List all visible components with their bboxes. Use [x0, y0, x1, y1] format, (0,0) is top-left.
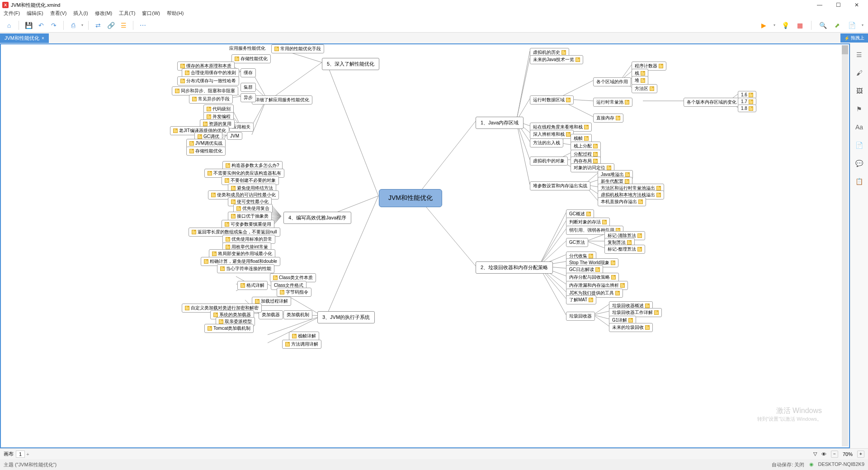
menu-help[interactable]: 帮助(H) — [167, 10, 184, 18]
b3-n5bd[interactable]: Tomcat类加载机制 — [204, 324, 254, 333]
b1-n5[interactable]: 运行时常量池 — [593, 98, 632, 107]
b2-n4c[interactable]: 标记-整理算法 — [604, 245, 645, 254]
export-icon[interactable]: ⎙ — [69, 21, 78, 30]
b5-n5[interactable]: 缓存 — [241, 68, 256, 77]
b3-n7[interactable]: 方法调用详解 — [282, 340, 321, 349]
idea-icon[interactable]: 💡 — [781, 21, 790, 30]
b2-n12d[interactable]: 未来的垃圾回收 — [609, 323, 653, 332]
branch5-title[interactable]: 5、深入了解性能优化 — [322, 58, 379, 70]
b1-n4c[interactable]: 堆 — [632, 76, 648, 85]
b1-n9b[interactable]: 栈上分配 — [571, 142, 601, 151]
b5-n5c[interactable]: 分布式缓存与一致性哈希 — [177, 76, 239, 85]
zoom-value: 70% — [843, 451, 853, 457]
upload-badge[interactable]: ⚡ 拖拽上 — [840, 33, 868, 43]
b1-n11[interactable]: 堆参数设置和内存溢出实战 — [530, 181, 590, 190]
add-sheet-button[interactable]: + — [26, 451, 29, 457]
new-icon[interactable]: 📄 — [847, 21, 856, 30]
outline-icon[interactable]: ☰ — [855, 50, 864, 59]
branch2-title[interactable]: 2、垃圾回收器和内存分配策略 — [476, 261, 553, 274]
b1-n8[interactable]: 深入辨析堆和栈 — [530, 130, 574, 139]
b1-n3[interactable]: 运行时数据区域 — [530, 95, 574, 104]
b5-n9c[interactable]: 存储性能优化 — [186, 147, 226, 156]
format-icon[interactable]: 🖌 — [855, 68, 864, 77]
zoom-out-button[interactable]: − — [831, 451, 838, 458]
home-icon[interactable]: ⌂ — [5, 21, 14, 30]
b4-n8[interactable]: 接口优于抽象类 — [228, 212, 272, 221]
menu-insert[interactable]: 插入(I) — [73, 10, 88, 18]
outline-icon[interactable]: ☰ — [119, 21, 128, 30]
b1-n6[interactable]: 直接内存 — [593, 114, 623, 123]
menu-edit[interactable]: 编辑(E) — [27, 10, 43, 18]
b5-n4[interactable]: 详细了解应用服务性能优化 — [252, 95, 312, 104]
play-icon[interactable]: ▶ — [759, 21, 768, 30]
svg-line-92 — [231, 96, 241, 98]
close-button[interactable]: ✕ — [854, 2, 859, 8]
b3-n3[interactable]: 字节码指令 — [277, 288, 311, 297]
b2-n11[interactable]: 了解MAT — [566, 295, 596, 304]
b1-n9[interactable]: 方法的出入栈 — [530, 138, 563, 147]
branch4-title[interactable]: 4、编写高效优雅Java程序 — [283, 212, 351, 224]
b1-n5d[interactable]: 1.8 — [738, 104, 756, 112]
scroll-thumb[interactable] — [842, 45, 848, 54]
b1-n10[interactable]: 虚拟机中的对象 — [530, 157, 568, 166]
tab-active[interactable]: JVM和性能优化 × — [0, 33, 49, 43]
search-icon[interactable]: 🔍 — [818, 21, 827, 30]
tab-close-icon[interactable]: × — [42, 36, 44, 41]
filter-icon[interactable]: ▽ — [813, 451, 817, 457]
b5-n5b[interactable]: 合理使用缓存中的准则 — [182, 68, 239, 77]
b3-n5[interactable]: 类加载机制 — [283, 310, 312, 319]
b5-n9[interactable]: JVM — [227, 132, 242, 140]
notes-icon[interactable]: 📄 — [855, 141, 864, 150]
b1-n4[interactable]: 各个区域的作用 — [593, 77, 631, 86]
b5-n7[interactable]: 异步 — [241, 93, 256, 102]
menu-modify[interactable]: 修改(M) — [95, 10, 113, 18]
vertical-scrollbar[interactable] — [842, 45, 848, 446]
b2-n8[interactable]: 内存分配与回收策略 — [566, 273, 619, 282]
b2-n2[interactable]: 判断对象的存活 — [566, 218, 610, 227]
menu-window[interactable]: 窗口(W) — [142, 10, 160, 18]
b2-n4[interactable]: GC算法 — [566, 238, 588, 247]
b5-n7a[interactable]: 同步和异步、阻塞和非阻塞 — [172, 86, 238, 95]
comments-icon[interactable]: 💬 — [855, 159, 864, 168]
undo-icon[interactable]: ↶ — [37, 21, 46, 30]
branch1-title[interactable]: 1、Java内存区域 — [476, 117, 524, 129]
b1-n11e[interactable]: 本机直接内存溢出 — [598, 197, 646, 206]
b3-n4[interactable]: 格式详解 — [237, 281, 268, 290]
b5-n7b[interactable]: 常见异步的手段 — [189, 95, 233, 104]
swap-icon[interactable]: ⇄ — [94, 21, 103, 30]
b1-n4d[interactable]: 方法区 — [632, 84, 657, 93]
minimize-button[interactable]: — — [817, 2, 822, 8]
branch3-title[interactable]: 3、JVM的执行子系统 — [317, 311, 375, 323]
share-icon[interactable]: ⬈ — [833, 21, 842, 30]
link-icon[interactable]: 🔗 — [106, 21, 115, 30]
redo-icon[interactable]: ↷ — [49, 21, 58, 30]
maximize-button[interactable]: ☐ — [836, 2, 841, 8]
b3-n5b[interactable]: 类加载器 — [259, 310, 283, 319]
save-icon[interactable]: 💾 — [24, 21, 33, 30]
sheet-tab[interactable]: 1 — [16, 451, 25, 458]
mindmap-canvas[interactable]: JVM和性能优化 1、Java内存区域 虚拟机的历史 未来的Java技术一览 运… — [0, 43, 850, 448]
central-topic[interactable]: JVM和性能优化 — [379, 189, 442, 207]
menu-file[interactable]: 文件(F) — [4, 10, 20, 18]
b1-n5a[interactable]: 各个版本内存区域的变化 — [684, 98, 740, 107]
b2-n12[interactable]: 垃圾回收器 — [566, 312, 595, 321]
image-icon[interactable]: 🖼 — [855, 86, 864, 95]
b5-n1[interactable]: 常用的性能优化手段 — [271, 44, 324, 53]
zoom-in-button[interactable]: + — [857, 451, 864, 458]
b5-n3[interactable]: 存储性能优化 — [231, 54, 271, 63]
b5-n6[interactable]: 集群 — [241, 83, 256, 92]
task-icon[interactable]: 📋 — [855, 177, 864, 186]
menu-tools[interactable]: 工具(T) — [119, 10, 135, 18]
marker-icon[interactable]: ⚑ — [855, 104, 864, 114]
b4-n15[interactable]: 当心字符串连接的性能 — [217, 264, 274, 273]
menu-view[interactable]: 查看(V) — [50, 10, 67, 18]
theme-icon[interactable]: ▦ — [795, 21, 804, 30]
b2-n1[interactable]: GC概述 — [566, 209, 594, 218]
b5-n2[interactable]: 应用服务性能优化 — [226, 44, 268, 52]
note-icon — [198, 134, 202, 139]
b3-n6[interactable]: 栈帧详解 — [289, 332, 319, 341]
eye-icon[interactable]: 👁 — [821, 451, 826, 457]
more-icon[interactable]: ⋯ — [138, 21, 147, 30]
b1-n2[interactable]: 未来的Java技术一览 — [530, 55, 583, 64]
text-icon[interactable]: Aa — [855, 123, 864, 132]
